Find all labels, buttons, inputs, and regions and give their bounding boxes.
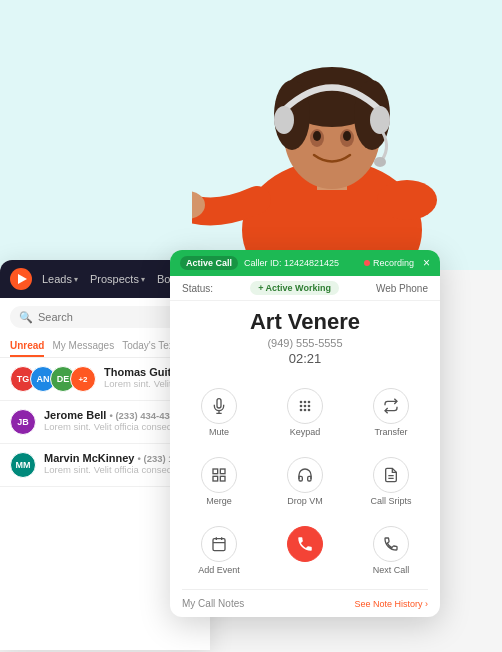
merge-label: Merge xyxy=(206,496,232,506)
logo-triangle xyxy=(18,274,27,284)
svg-rect-24 xyxy=(213,469,218,474)
call-header: Active Call Caller ID: 12424821425 Recor… xyxy=(170,250,440,276)
hangup-icon xyxy=(287,526,323,562)
close-button[interactable]: × xyxy=(423,256,430,270)
call-actions-row2: Merge Drop VM Call Sripts xyxy=(170,447,440,516)
svg-point-22 xyxy=(304,409,307,412)
call-body: Art Venere (949) 555-5555 02:21 xyxy=(170,301,440,378)
avatar: MM xyxy=(10,452,36,478)
search-icon: 🔍 xyxy=(19,311,33,324)
mute-button[interactable]: Mute xyxy=(178,382,260,443)
keypad-icon xyxy=(287,388,323,424)
chevron-leads: ▾ xyxy=(74,275,78,284)
svg-point-21 xyxy=(300,409,303,412)
svg-point-8 xyxy=(313,131,321,141)
svg-rect-27 xyxy=(220,476,225,481)
call-panel: Active Call Caller ID: 12424821425 Recor… xyxy=(170,250,440,617)
svg-point-12 xyxy=(374,157,386,167)
svg-point-23 xyxy=(308,409,311,412)
add-event-icon xyxy=(201,526,237,562)
add-event-label: Add Event xyxy=(198,565,240,575)
active-call-badge: Active Call xyxy=(180,256,238,270)
mute-label: Mute xyxy=(209,427,229,437)
hangup-button[interactable] xyxy=(264,520,346,581)
keypad-button[interactable]: Keypad xyxy=(264,382,346,443)
svg-point-17 xyxy=(308,401,311,404)
tab-unread[interactable]: Unread xyxy=(10,336,44,357)
svg-point-18 xyxy=(300,405,303,408)
transfer-icon xyxy=(373,388,409,424)
contact-phone: • (233) 434-434 xyxy=(109,410,175,421)
caller-id-text: Caller ID: 12424821425 xyxy=(244,258,339,268)
add-event-button[interactable]: Add Event xyxy=(178,520,260,581)
svg-rect-26 xyxy=(213,476,218,481)
caller-name: Art Venere xyxy=(182,309,428,335)
drop-vm-label: Drop VM xyxy=(287,496,323,506)
chevron-prospects: ▾ xyxy=(141,275,145,284)
notes-label: My Call Notes xyxy=(182,598,244,609)
avatar: +2 xyxy=(70,366,96,392)
call-actions-row1: Mute Keypad Transfer xyxy=(170,378,440,447)
svg-point-16 xyxy=(304,401,307,404)
divider xyxy=(182,589,428,590)
recording-badge: Recording × xyxy=(364,256,430,270)
call-scripts-button[interactable]: Call Sripts xyxy=(350,451,432,512)
call-scripts-label: Call Sripts xyxy=(370,496,411,506)
svg-point-9 xyxy=(343,131,351,141)
recording-dot xyxy=(364,260,370,266)
call-timer: 02:21 xyxy=(182,351,428,366)
transfer-button[interactable]: Transfer xyxy=(350,382,432,443)
svg-point-14 xyxy=(377,180,437,220)
nav-leads[interactable]: Leads ▾ xyxy=(38,271,82,287)
merge-icon xyxy=(201,457,237,493)
call-actions-row3: Add Event Next Call xyxy=(170,516,440,585)
svg-point-19 xyxy=(304,405,307,408)
transfer-label: Transfer xyxy=(374,427,407,437)
svg-point-20 xyxy=(308,405,311,408)
agent-photo xyxy=(192,0,472,275)
status-label: Status: xyxy=(182,283,213,294)
caller-number: (949) 555-5555 xyxy=(182,337,428,349)
web-phone-label: Web Phone xyxy=(376,283,428,294)
tab-my-messages[interactable]: My Messages xyxy=(52,336,114,357)
status-active-badge: + Active Working xyxy=(250,281,339,295)
avatar: JB xyxy=(10,409,36,435)
avatar-stack: TG AN DE +2 xyxy=(10,366,96,392)
merge-button[interactable]: Merge xyxy=(178,451,260,512)
see-history-link[interactable]: See Note History › xyxy=(354,599,428,609)
svg-point-15 xyxy=(300,401,303,404)
keypad-label: Keypad xyxy=(290,427,321,437)
svg-point-10 xyxy=(274,106,294,134)
next-call-button[interactable]: Next Call xyxy=(350,520,432,581)
next-call-icon xyxy=(373,526,409,562)
call-status-bar: Status: + Active Working Web Phone xyxy=(170,276,440,301)
mute-icon xyxy=(201,388,237,424)
call-scripts-icon xyxy=(373,457,409,493)
drop-vm-button[interactable]: Drop VM xyxy=(264,451,346,512)
call-header-left: Active Call Caller ID: 12424821425 xyxy=(180,256,339,270)
nav-prospects[interactable]: Prospects ▾ xyxy=(86,271,149,287)
call-notes-bar: My Call Notes See Note History › xyxy=(170,594,440,617)
drop-vm-icon xyxy=(287,457,323,493)
svg-rect-30 xyxy=(213,539,225,551)
next-call-label: Next Call xyxy=(373,565,410,575)
crm-logo[interactable] xyxy=(10,268,32,290)
svg-rect-25 xyxy=(220,469,225,474)
